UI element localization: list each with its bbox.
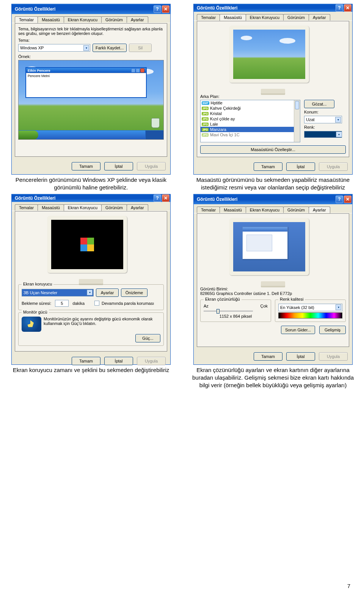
recycle-bin-icon [151,118,160,128]
close-icon[interactable]: ✕ [344,4,351,12]
help-icon[interactable]: ? [154,194,161,202]
cancel-button[interactable]: İptal [286,352,315,361]
titlebar[interactable]: Görüntü Özellikleri ? ✕ [194,4,352,12]
adapter-value: 82865G Graphics Controller üstüne 1. Del… [200,291,346,296]
theme-preview: Etkin Pencere Pencere Metni [18,60,164,140]
theme-combo[interactable]: Windows XP▾ [18,44,90,52]
caption-settings: Ekran çözünürlüğü ayarları ve ekran kart… [190,366,356,389]
window-title: Görüntü Özellikleri [197,5,237,11]
titlebar[interactable]: Görüntü Özellikleri ? ✕ [194,194,352,204]
troubleshoot-button[interactable]: Sorun Gider... [281,326,315,334]
scrollbar[interactable] [294,100,300,142]
tab-settings[interactable]: Ayarlar [309,207,330,213]
preview-taskbar [19,130,163,139]
cancel-button[interactable]: İptal [104,162,133,170]
password-label: Devamında parola koruması [102,301,154,306]
power-description: Monitörünüzün güç ayarını değiştirip güc… [44,317,160,326]
background-list[interactable]: BMPHptitle JPGKahve Çekirdeği JPGKristal… [200,100,300,142]
help-icon[interactable]: ? [336,4,343,12]
caption-screensaver: Ekran koruyucu zamanı ve şeklini bu sekm… [13,366,169,374]
apply-button: Uygula [319,352,348,361]
list-item: JPGManzara [201,127,300,132]
screensaver-panel: Ekran koruyucu 3B Uçan Nesneler▾ Ayarlar… [15,211,167,352]
apply-button: Uygula [137,162,166,170]
color-quality-combo[interactable]: En Yüksek (32 bit)▾ [278,304,342,311]
resolution-value: 1152 x 864 piksel [204,314,268,318]
tab-settings[interactable]: Ayarlar [309,14,330,20]
cancel-button[interactable]: İptal [286,162,315,171]
display-properties-settings: Görüntü Özellikleri ? ✕ Temalar Masaüstü… [193,194,353,365]
res-more: Çok [260,304,268,308]
color-combo[interactable]: ▾ [304,131,342,138]
tab-screensaver[interactable]: Ekran Koruyucu [246,14,284,20]
color-label: Renk: [304,125,315,129]
settings-panel: Görüntü Birimi: 82865G Graphics Controll… [197,213,349,347]
adapter-label: Görüntü Birimi: [200,287,346,291]
ok-button[interactable]: Tamam [72,357,100,365]
ok-button[interactable]: Tamam [254,162,282,171]
energy-star-icon [22,317,41,332]
help-icon[interactable]: ? [336,196,343,203]
theme-intro-text: Tema, bilgisayarınızı tek bir tıklatmayl… [18,27,164,36]
apply-button: Uygula [319,162,348,171]
display-properties-screensaver: Görüntü Özellikleri ? ✕ Temalar Masaüstü… [11,194,171,365]
apply-button: Uygula [137,357,166,365]
power-button[interactable]: Güç... [135,334,160,342]
wait-spinner[interactable]: 5 [55,300,69,307]
tab-appearance[interactable]: Görünüm [283,207,309,213]
resolution-slider[interactable] [204,311,253,312]
monitor-power-group: Monitör gücü Monitörünüzün güç ayarını d… [18,312,164,346]
background-label: Arka Plan: [200,94,346,99]
close-icon[interactable]: ✕ [344,196,351,203]
caption-desktop: Masaüstü görünümünü bu sekmeden yapabili… [190,176,356,192]
preview-button[interactable]: Önizleme [121,289,147,297]
sample-label: Örnek: [18,54,164,59]
tab-strip: Temalar Masaüstü Ekran Koruyucu Görünüm … [194,204,352,213]
tab-desktop[interactable]: Masaüstü [220,207,246,213]
ok-button[interactable]: Tamam [254,352,282,361]
tab-desktop[interactable]: Masaüstü [38,204,64,211]
close-icon[interactable]: ✕ [162,194,169,202]
browse-button[interactable]: Gözat... [304,100,334,108]
list-item: JPGKristal [201,111,300,116]
tab-appearance[interactable]: Görünüm [283,14,309,20]
customize-desktop-button[interactable]: Masaüstünü Özelleştir... [200,145,346,154]
cancel-button[interactable]: İptal [104,357,133,365]
position-combo[interactable]: Uzat▾ [304,116,342,123]
close-icon[interactable]: ✕ [162,5,169,13]
tab-settings[interactable]: Ayarlar [127,16,148,23]
tab-appearance[interactable]: Görünüm [101,16,127,23]
tab-screensaver[interactable]: Ekran Koruyucu [64,16,102,23]
tab-desktop[interactable]: Masaüstü [220,14,246,21]
help-icon[interactable]: ? [154,5,161,13]
list-item: JPGKızıl çölde ay [201,116,300,121]
desktop-panel: Arka Plan: BMPHptitle JPGKahve Çekirdeği… [197,21,349,157]
advanced-button[interactable]: Gelişmiş [319,326,346,334]
res-less: Az [204,304,209,308]
tab-desktop[interactable]: Masaüstü [38,16,64,23]
tab-appearance[interactable]: Görünüm [101,204,127,211]
titlebar[interactable]: Görüntü Özellikleri ? ✕ [12,194,170,202]
save-as-button[interactable]: Farklı Kaydet... [93,44,127,52]
page-number: 7 [347,583,350,589]
tab-settings[interactable]: Ayarlar [127,204,148,211]
tab-themes[interactable]: Temalar [197,207,220,213]
tab-themes[interactable]: Temalar [15,16,38,23]
tab-strip: Temalar Masaüstü Ekran Koruyucu Görünüm … [12,202,170,211]
ok-button[interactable]: Tamam [72,162,100,170]
tab-screensaver[interactable]: Ekran Koruyucu [64,204,102,211]
screensaver-combo[interactable]: 3B Uçan Nesneler▾ [22,289,94,296]
tab-themes[interactable]: Temalar [197,14,220,20]
list-item: JPGLale [201,121,300,127]
screensaver-group: Ekran koruyucu 3B Uçan Nesneler▾ Ayarlar… [18,284,164,310]
window-title: Görüntü Özellikleri [15,6,55,12]
ss-settings-button[interactable]: Ayarlar [96,289,119,297]
tab-themes[interactable]: Temalar [15,204,38,211]
titlebar[interactable]: Görüntü Özellikleri ? ✕ [12,4,170,14]
password-checkbox[interactable] [94,301,99,306]
display-properties-desktop: Görüntü Özellikleri ? ✕ Temalar Masaüstü… [193,4,353,175]
position-label: Konum: [304,110,318,114]
theme-combo-label: Tema: [18,38,164,43]
monitor-preview [229,218,317,283]
tab-screensaver[interactable]: Ekran Koruyucu [246,207,284,213]
